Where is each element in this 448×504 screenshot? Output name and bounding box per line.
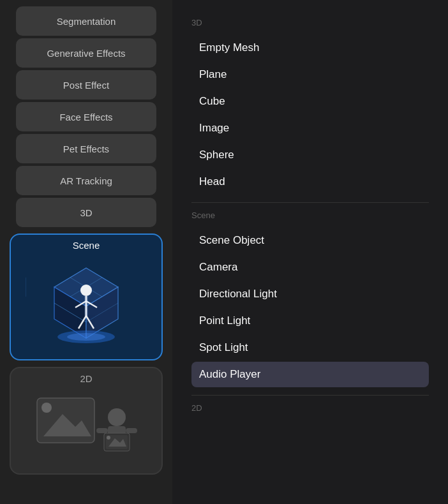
scene-section: Scene Scene Object Camera Directional Li… — [191, 211, 429, 387]
3d-section-header: 3D — [191, 18, 429, 27]
sidebar-item-ar-tracking[interactable]: AR Tracking — [16, 166, 156, 195]
2d-card[interactable]: 2D — [10, 367, 163, 475]
svg-rect-26 — [96, 428, 108, 433]
menu-item-cube[interactable]: Cube — [191, 89, 429, 114]
menu-item-sphere[interactable]: Sphere — [191, 142, 429, 168]
2d-illustration — [22, 387, 150, 470]
svg-point-23 — [41, 403, 52, 413]
menu-item-camera[interactable]: Camera — [191, 255, 429, 280]
svg-rect-27 — [126, 428, 137, 433]
menu-item-spot-light[interactable]: Spot Light — [191, 335, 429, 360]
scene-illustration — [22, 253, 150, 355]
2d-card-label: 2D — [80, 368, 92, 387]
svg-point-12 — [67, 333, 105, 341]
sidebar-item-generative-effects[interactable]: Generative Effects — [16, 38, 156, 68]
sidebar-item-3d[interactable]: 3D — [16, 198, 156, 227]
menu-item-image[interactable]: Image — [191, 115, 429, 141]
sidebar-item-pet-effects[interactable]: Pet Effects — [16, 134, 156, 163]
sidebar-item-post-effect[interactable]: Post Effect — [16, 70, 156, 100]
svg-point-31 — [107, 436, 110, 440]
menu-item-directional-light[interactable]: Directional Light — [191, 281, 429, 307]
3d-section: 3D Empty Mesh Plane Cube Image Sphere He… — [191, 18, 429, 195]
2d-section: 2D — [191, 403, 429, 413]
section-divider-1 — [191, 202, 429, 203]
scene-card-label: Scene — [73, 235, 100, 253]
menu-item-scene-object[interactable]: Scene Object — [191, 228, 429, 253]
svg-point-24 — [108, 408, 126, 426]
scene-card[interactable]: Scene — [10, 233, 163, 360]
2d-section-header: 2D — [191, 403, 429, 413]
svg-point-19 — [80, 285, 92, 296]
sidebar-item-face-effects[interactable]: Face Effects — [16, 102, 156, 131]
menu-item-head[interactable]: Head — [191, 169, 429, 195]
menu-item-empty-mesh[interactable]: Empty Mesh — [191, 35, 429, 61]
sidebar-item-segmentation[interactable]: Segmentation — [16, 6, 156, 36]
menu-item-plane[interactable]: Plane — [191, 62, 429, 87]
sidebar: Segmentation Generative Effects Post Eff… — [0, 0, 172, 504]
content-panel: 3D Empty Mesh Plane Cube Image Sphere He… — [172, 0, 448, 504]
scene-section-header: Scene — [191, 211, 429, 220]
section-divider-2 — [191, 395, 429, 396]
menu-item-audio-player[interactable]: Audio Player — [191, 362, 429, 387]
menu-item-point-light[interactable]: Point Light — [191, 308, 429, 334]
